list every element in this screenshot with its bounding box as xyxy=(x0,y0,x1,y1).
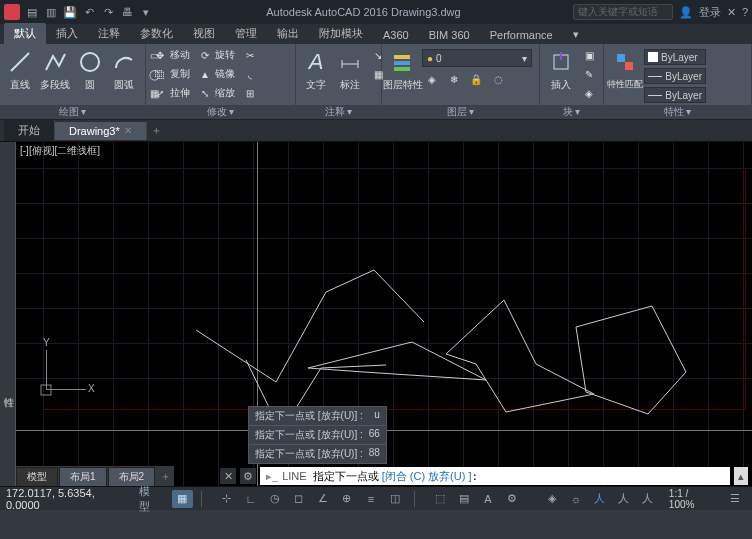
tab-bim360[interactable]: BIM 360 xyxy=(419,26,480,44)
polar-toggle-icon[interactable]: ◷ xyxy=(264,490,286,508)
cmd-expand-icon[interactable]: ▴ xyxy=(734,467,748,485)
layer-freeze-button[interactable]: ❄ xyxy=(444,70,464,88)
otrack-toggle-icon[interactable]: ∠ xyxy=(312,490,334,508)
command-history: 指定下一点或 [放弃(U)] :u 指定下一点或 [放弃(U)] :66 指定下… xyxy=(248,406,387,464)
annot-vis-icon[interactable]: 人 xyxy=(613,490,635,508)
qat-open-icon[interactable]: ▥ xyxy=(43,4,59,20)
stretch-button[interactable]: ⤢拉伸 xyxy=(150,84,193,102)
attr-button[interactable]: ◈ xyxy=(579,84,599,102)
layout-add-button[interactable]: ＋ xyxy=(156,469,174,484)
annoscale-icon[interactable]: A xyxy=(477,490,499,508)
tab-annotate[interactable]: 注释 xyxy=(88,23,130,44)
exchange-icon[interactable]: ✕ xyxy=(727,6,736,19)
mirror-button[interactable]: ▲镜像 xyxy=(195,65,238,83)
ortho-toggle-icon[interactable]: ∟ xyxy=(240,490,262,508)
polyline-button[interactable]: 多段线 xyxy=(38,46,72,94)
drawing-area[interactable]: 特性 [-][俯视][二维线框] Y X xyxy=(0,142,752,486)
block-panel-title[interactable]: 块 ▾ xyxy=(540,105,603,119)
transparency-toggle-icon[interactable]: ◫ xyxy=(384,490,406,508)
tab-expander-icon[interactable]: ▾ xyxy=(563,25,589,44)
qat-undo-icon[interactable]: ↶ xyxy=(81,4,97,20)
cmd-close-icon[interactable]: ✕ xyxy=(220,468,236,484)
array-button[interactable]: ⊞ xyxy=(240,84,260,102)
dim-button[interactable]: 标注 xyxy=(334,46,366,94)
lineweight-dropdown[interactable]: ByLayer xyxy=(644,68,706,84)
layer-iso-button[interactable]: ◈ xyxy=(422,70,442,88)
hw-toggle-icon[interactable]: ☼ xyxy=(565,490,587,508)
search-input[interactable]: 键入关键字或短语 xyxy=(573,4,673,20)
qat-print-icon[interactable]: 🖶 xyxy=(119,4,135,20)
modelspace-toggle[interactable]: 模型 xyxy=(133,490,166,508)
tab-insert[interactable]: 插入 xyxy=(46,23,88,44)
arc-button[interactable]: 圆弧 xyxy=(108,46,140,94)
matchprops-button[interactable]: 特性匹配 xyxy=(608,46,642,93)
qp-toggle-icon[interactable]: ▤ xyxy=(453,490,475,508)
layer-lock-button[interactable]: 🔒 xyxy=(466,70,486,88)
copy-button[interactable]: ⿻复制 xyxy=(150,65,193,83)
insert-button[interactable]: 插入 xyxy=(544,46,577,94)
help-icon[interactable]: ? xyxy=(742,6,748,18)
layerprops-button[interactable]: 图层特性 xyxy=(386,46,420,94)
tab-a360[interactable]: A360 xyxy=(373,26,419,44)
annot-panel-title[interactable]: 注释 ▾ xyxy=(296,105,381,119)
scale-button[interactable]: ⤡缩放 xyxy=(195,84,238,102)
layers-panel-title[interactable]: 图层 ▾ xyxy=(382,105,539,119)
layer-dropdown[interactable]: ● 0 ▾ xyxy=(422,49,532,67)
draw-panel-title[interactable]: 绘图 ▾ xyxy=(0,105,145,119)
close-tab-icon[interactable]: ✕ xyxy=(124,125,132,136)
coordinates-readout[interactable]: 172.0117, 5.6354, 0.0000 xyxy=(6,487,127,511)
command-line[interactable]: ✕ ⚙ ▸_ LINE 指定下一点或 [闭合 (C) 放弃(U) ]: ▴ xyxy=(220,466,748,486)
file-tab-drawing[interactable]: Drawing3*✕ xyxy=(55,122,147,140)
layer-off-button[interactable]: ◌ xyxy=(488,70,508,88)
tab-output[interactable]: 输出 xyxy=(267,23,309,44)
tab-view[interactable]: 视图 xyxy=(183,23,225,44)
rotate-button[interactable]: ⟳旋转 xyxy=(195,46,238,64)
sc-toggle-icon[interactable]: ⬚ xyxy=(429,490,451,508)
tab-performance[interactable]: Performance xyxy=(480,26,563,44)
tab-addons[interactable]: 附加模块 xyxy=(309,23,373,44)
linetype-dropdown[interactable]: ByLayer xyxy=(644,87,706,103)
qat-new-icon[interactable]: ▤ xyxy=(24,4,40,20)
dyninput-toggle-icon[interactable]: ⊕ xyxy=(336,490,358,508)
iso-toggle-icon[interactable]: ◈ xyxy=(541,490,563,508)
qat-redo-icon[interactable]: ↷ xyxy=(100,4,116,20)
move-button[interactable]: ✥移动 xyxy=(150,46,193,64)
tab-default[interactable]: 默认 xyxy=(4,23,46,44)
props-panel-title[interactable]: 特性 ▾ xyxy=(604,105,751,119)
customize-icon[interactable]: ☰ xyxy=(725,490,746,508)
layout1-tab[interactable]: 布局1 xyxy=(59,467,107,486)
palette-tab-properties[interactable]: 特性 xyxy=(0,142,16,486)
color-dropdown[interactable]: ByLayer xyxy=(644,49,706,65)
fillet-button[interactable]: ◟ xyxy=(240,65,260,83)
ws-toggle-icon[interactable]: ⚙ xyxy=(501,490,523,508)
line-button[interactable]: 直线 xyxy=(4,46,36,94)
signin-label[interactable]: 登录 xyxy=(699,5,721,20)
layout2-tab[interactable]: 布局2 xyxy=(108,467,156,486)
svg-rect-10 xyxy=(617,54,625,62)
tab-manage[interactable]: 管理 xyxy=(225,23,267,44)
people-icon[interactable]: 人 xyxy=(589,490,611,508)
qat-dropdown-icon[interactable]: ▾ xyxy=(138,4,154,20)
file-tab-start[interactable]: 开始 xyxy=(4,120,55,141)
tab-parametric[interactable]: 参数化 xyxy=(130,23,183,44)
signin-icon[interactable]: 👤 xyxy=(679,6,693,19)
qat-save-icon[interactable]: 💾 xyxy=(62,4,78,20)
text-button[interactable]: A文字 xyxy=(300,46,332,94)
snap-toggle-icon[interactable]: ⊹ xyxy=(216,490,238,508)
lwt-toggle-icon[interactable]: ≡ xyxy=(360,490,382,508)
model-tab[interactable]: 模型 xyxy=(16,467,58,486)
create-block-button[interactable]: ▣ xyxy=(579,46,599,64)
window-title: Autodesk AutoCAD 2016 Drawing3.dwg xyxy=(160,6,567,18)
osnap-toggle-icon[interactable]: ◻ xyxy=(288,490,310,508)
file-tab-add[interactable]: ＋ xyxy=(147,123,167,138)
cmd-config-icon[interactable]: ⚙ xyxy=(240,468,256,484)
modify-panel-title[interactable]: 修改 ▾ xyxy=(146,105,295,119)
edit-block-button[interactable]: ✎ xyxy=(579,65,599,83)
app-icon[interactable] xyxy=(4,4,20,20)
trim-button[interactable]: ✂ xyxy=(240,46,260,64)
grid-toggle-icon[interactable]: ▦ xyxy=(172,490,193,508)
circle-button[interactable]: 圆 xyxy=(74,46,106,94)
annot-auto-icon[interactable]: 人 xyxy=(637,490,659,508)
zoom-scale[interactable]: 1:1 / 100% xyxy=(665,488,719,510)
command-input[interactable]: ▸_ LINE 指定下一点或 [闭合 (C) 放弃(U) ]: xyxy=(260,467,730,485)
